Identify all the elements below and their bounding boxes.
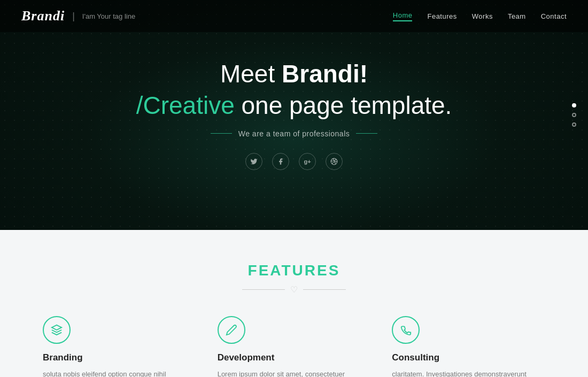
feature-development: Development Lorem ipsum dolor sit amet, … [218,316,371,377]
nav-link-team[interactable]: Team [508,12,526,20]
hero-section: Meet Brandi! /Creative one page template… [0,0,588,230]
hero-subtitle-accent: /Creative [136,91,235,119]
slide-dots [572,103,576,127]
nav-links: Home Features Works Team Contact [393,11,567,21]
nav-tagline: I'am Your tag line [82,12,135,20]
tagline-line-left [211,133,232,134]
divider-line-right [303,289,346,290]
hero-subtitle: /Creative one page template. [136,91,452,120]
hero-subtitle-rest: one page template. [235,91,452,119]
nav-link-home[interactable]: Home [393,11,413,21]
tagline-text: We are a team of professionals [238,129,350,138]
tagline-line-right [356,133,377,134]
heart-icon: ♡ [290,284,298,295]
hero-social-icons: g+ [136,153,452,170]
facebook-icon[interactable] [272,153,289,170]
slide-dot-3[interactable] [572,122,576,127]
branding-title: Branding [43,352,196,363]
consulting-icon-circle [392,316,420,344]
development-title: Development [218,352,371,363]
section-divider: ♡ [43,284,545,295]
consulting-title: Consulting [392,352,545,363]
hero-title-bold: Brandi! [282,60,368,88]
features-section: FEATURES ♡ Branding soluta nobis eleifen… [0,230,588,377]
navbar: Brandi | I'am Your tag line Home Feature… [0,0,588,32]
slide-dot-1[interactable] [572,103,576,107]
dribbble-icon[interactable] [326,153,343,170]
hero-tagline: We are a team of professionals [136,129,452,138]
nav-divider: | [72,11,75,22]
branding-text: soluta nobis eleifend option congue nihi… [43,368,196,377]
navbar-brand: Brandi | I'am Your tag line [21,8,135,24]
development-text: Lorem ipsum dolor sit amet, consectetuer… [218,368,371,377]
features-grid: Branding soluta nobis eleifend option co… [43,316,545,377]
nav-link-features[interactable]: Features [427,12,457,20]
gplus-label: g+ [304,158,311,165]
consulting-text: claritatem. Investigationes demonstraver… [392,368,545,377]
divider-line-left [242,289,285,290]
nav-link-contact[interactable]: Contact [541,12,567,20]
features-title: FEATURES [43,262,545,279]
development-icon-circle [218,316,245,344]
logo: Brandi [21,8,65,24]
branding-icon-circle [43,316,71,344]
google-plus-icon[interactable]: g+ [299,153,316,170]
hero-content: Meet Brandi! /Creative one page template… [136,60,452,170]
hero-title-plain: Meet [220,60,282,88]
slide-dot-2[interactable] [572,113,576,117]
twitter-icon[interactable] [245,153,262,170]
hero-title: Meet Brandi! [136,60,452,88]
nav-link-works[interactable]: Works [472,12,493,20]
feature-consulting: Consulting claritatem. Investigationes d… [392,316,545,377]
feature-branding: Branding soluta nobis eleifend option co… [43,316,196,377]
